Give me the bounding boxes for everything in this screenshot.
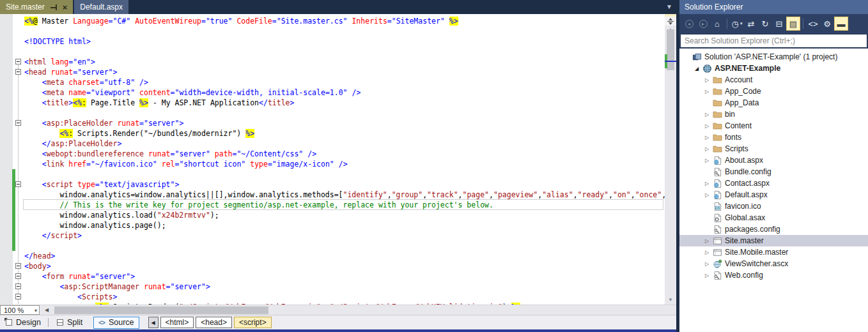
tree-item[interactable]: Bundle.config: [679, 166, 868, 177]
tab-default-aspx[interactable]: Default.aspx: [74, 0, 128, 14]
tree-item[interactable]: ▷Site.Mobile.master: [679, 246, 868, 258]
search-input[interactable]: [680, 34, 867, 48]
scope-button[interactable]: ◷▾: [730, 17, 744, 31]
tab-list-dropdown-icon[interactable]: ▼: [666, 4, 672, 10]
tree-item[interactable]: Global.asax: [679, 212, 868, 223]
fold-toggle-icon[interactable]: [15, 294, 21, 299]
tree-item[interactable]: ◢ASP.NET-Example: [679, 63, 868, 74]
fold-toggle-icon[interactable]: [15, 59, 21, 64]
code-line: </script>: [0, 230, 665, 241]
expander-icon[interactable]: ▷: [702, 261, 711, 267]
properties-button[interactable]: ⚙: [820, 17, 834, 31]
folder-icon: [711, 144, 723, 154]
split-window-icon[interactable]: [665, 17, 676, 26]
preview-selected-items-icon: ▬: [837, 19, 846, 29]
tree-item[interactable]: ▷bin: [679, 109, 868, 120]
view-code-button[interactable]: <>: [806, 17, 820, 31]
tree-item[interactable]: Solution 'ASP.NET-Example' (1 project): [679, 51, 868, 63]
collapse-all-button[interactable]: ⊟: [772, 17, 786, 31]
code-line: window.analytics.load("x24b2rmtvv");: [0, 210, 665, 220]
tree-item[interactable]: packages.config: [679, 223, 868, 235]
zoom-level-dropdown[interactable]: 100 % ▾: [0, 305, 40, 315]
design-icon: [6, 319, 12, 326]
sync-with-active-document-icon: ⇄: [748, 19, 755, 29]
tree-item[interactable]: favicon.ico: [679, 200, 868, 212]
master-icon: [711, 236, 723, 246]
fold-toggle-icon[interactable]: [15, 120, 21, 126]
preview-selected-items-button[interactable]: ▬: [834, 17, 848, 31]
fold-toggle-icon[interactable]: [15, 283, 21, 289]
expander-icon[interactable]: ▷: [702, 112, 711, 117]
expander-icon[interactable]: ▷: [702, 146, 711, 152]
code-editor[interactable]: <%@ Master Language="C#" AutoEventWireup…: [0, 14, 676, 305]
expander-icon[interactable]: ▷: [702, 192, 711, 198]
code-line: <head runat="server">: [0, 67, 665, 77]
tree-item[interactable]: ▷App_Code: [679, 86, 868, 97]
tag-chip-head[interactable]: <head>: [196, 317, 232, 328]
split-view-button[interactable]: Split: [52, 317, 87, 329]
fold-toggle-icon[interactable]: [15, 69, 21, 75]
tree-item[interactable]: ▷fonts: [679, 132, 868, 143]
tree-item[interactable]: ▷Contact.aspx: [679, 177, 868, 189]
home-button[interactable]: ⌂: [710, 17, 724, 31]
tag-nav-back-icon[interactable]: ◀: [148, 317, 159, 328]
tree-item[interactable]: ▷ViewSwitcher.ascx: [679, 258, 868, 269]
folder-icon: [711, 121, 723, 131]
design-label: Design: [16, 318, 41, 327]
close-icon[interactable]: ×: [63, 4, 68, 11]
tree-item[interactable]: ▷Scripts: [679, 143, 868, 155]
horizontal-scroll-thumb[interactable]: [54, 306, 268, 314]
tree-item[interactable]: ▷Account: [679, 74, 868, 86]
tab-site-master[interactable]: Site.master ×: [0, 0, 73, 14]
expander-icon[interactable]: ▷: [702, 123, 711, 129]
show-all-files-button[interactable]: ▤: [786, 17, 800, 31]
code-lines[interactable]: <%@ Master Language="C#" AutoEventWireup…: [0, 16, 665, 305]
tree-item[interactable]: ▷About.aspx: [679, 155, 868, 166]
expander-icon[interactable]: ◢: [692, 66, 701, 72]
solution-explorer-title: Solution Explorer: [679, 0, 868, 14]
back-button[interactable]: ◄: [682, 17, 696, 31]
divider: [48, 318, 49, 327]
vertical-scrollbar[interactable]: ▲ ▼: [665, 14, 676, 305]
expander-icon[interactable]: ▷: [702, 238, 711, 244]
expander-icon[interactable]: ▷: [702, 181, 711, 186]
design-view-button[interactable]: Design: [1, 317, 45, 329]
expander-icon[interactable]: ▷: [702, 273, 711, 278]
tree-item-label: fonts: [723, 133, 741, 142]
forward-button[interactable]: ►: [696, 17, 710, 31]
tag-chip-script[interactable]: <script>: [234, 317, 272, 328]
tree-item[interactable]: ▷Content: [679, 120, 868, 132]
scroll-down-icon[interactable]: ▼: [665, 296, 676, 305]
code-line: window.analytics.page();: [0, 220, 665, 230]
vertical-scroll-thumb[interactable]: [667, 29, 674, 70]
horizontal-scrollbar[interactable]: [52, 305, 665, 315]
tree-item[interactable]: ▷Web.config: [679, 269, 868, 281]
folder-icon: [711, 86, 723, 96]
tree-item-label: Global.asax: [723, 213, 765, 222]
tree-item[interactable]: ▷Default.aspx: [679, 189, 868, 200]
scroll-left-icon[interactable]: ◀: [42, 306, 51, 314]
fold-toggle-icon[interactable]: [15, 273, 21, 279]
expander-icon[interactable]: ▷: [702, 135, 711, 140]
tree-item-label: Site.Mobile.master: [723, 248, 788, 257]
forward-icon: ►: [699, 20, 708, 28]
toolbar-divider: [727, 19, 727, 29]
tree-item-label: Contact.aspx: [723, 179, 770, 188]
fold-toggle-icon[interactable]: [15, 181, 21, 187]
tree-item[interactable]: ▷Site.master: [679, 235, 868, 246]
source-view-button[interactable]: <> Source: [93, 317, 139, 329]
tree-item-label: Site.master: [723, 236, 764, 245]
expander-icon[interactable]: ▷: [702, 250, 711, 255]
pin-icon[interactable]: [50, 4, 58, 11]
expander-icon[interactable]: ▷: [702, 158, 711, 163]
tag-chip-html[interactable]: <html>: [160, 317, 194, 328]
sync-with-active-document-button[interactable]: ⇄: [744, 17, 758, 31]
tab-label: Site.master: [6, 3, 45, 11]
document-tab-bar: Site.master × Default.aspx ▼: [0, 0, 676, 14]
expander-icon[interactable]: ▷: [702, 77, 711, 83]
code-line: <asp:PlaceHolder runat="server">: [0, 118, 665, 128]
fold-toggle-icon[interactable]: [15, 263, 21, 269]
refresh-button[interactable]: ↻: [758, 17, 772, 31]
expander-icon[interactable]: ▷: [702, 89, 711, 94]
tree-item[interactable]: App_Data: [679, 97, 868, 109]
